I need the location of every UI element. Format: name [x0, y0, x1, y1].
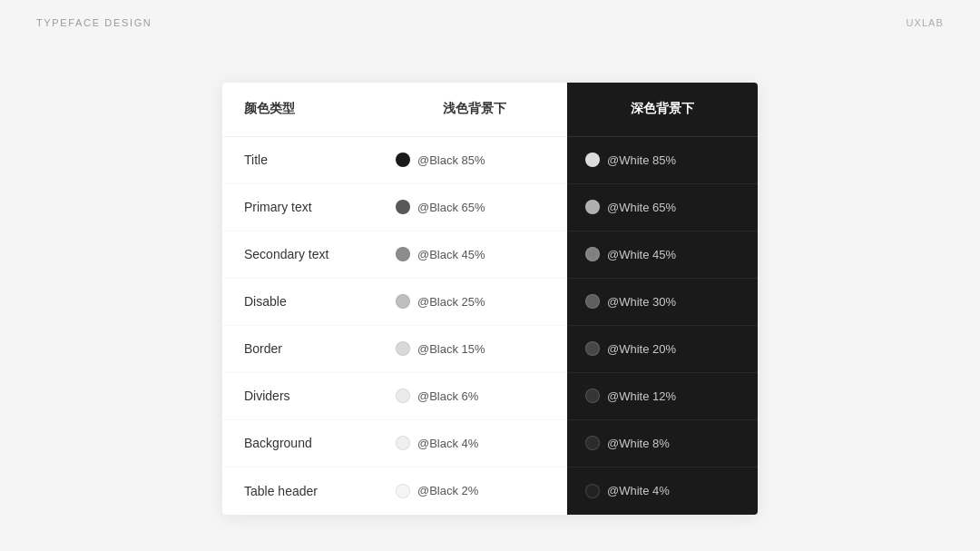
dark-dot: [585, 247, 600, 261]
dark-table-row: @White 30%: [567, 279, 758, 326]
dark-dot: [585, 153, 600, 167]
dark-dot: [585, 436, 600, 450]
table-row: Disable @Black 25%: [222, 279, 567, 326]
dark-table-row: @White 12%: [567, 373, 758, 420]
light-dot: [396, 247, 410, 261]
cell-dark-value: @White 30%: [567, 278, 694, 325]
light-rows: Title @Black 85% Primary text @Black 65%…: [222, 137, 567, 515]
dark-dot: [585, 294, 600, 309]
cell-dark-value: @White 4%: [567, 467, 688, 515]
cell-light-value: @Black 45%: [381, 247, 567, 261]
dark-table-row: @White 65%: [567, 184, 758, 231]
cell-light-value: @Black 4%: [381, 436, 567, 450]
dark-dot: [585, 200, 600, 214]
light-dot: [396, 436, 410, 450]
light-dot: [396, 200, 410, 214]
cell-dark-value: @White 65%: [567, 183, 694, 231]
col3-header: 深色背景下: [567, 83, 758, 137]
light-dot: [396, 484, 410, 498]
cell-light-value: @Black 6%: [381, 389, 567, 403]
table-row: Primary text @Black 65%: [222, 184, 567, 231]
table-row: Border @Black 15%: [222, 326, 567, 373]
dark-table-row: @White 8%: [567, 420, 758, 467]
cell-light-value: @Black 2%: [381, 484, 567, 498]
dark-dot: [585, 484, 600, 498]
top-bar: TYPEFACE DESIGN UXLAB: [0, 0, 980, 45]
light-dot: [396, 389, 410, 403]
light-header-row: 颜色类型 浅色背景下: [222, 83, 567, 137]
cell-type: Table header: [222, 484, 381, 498]
table-row: Dividers @Black 6%: [222, 373, 567, 420]
dark-rows: @White 85% @White 65% @White 45% @White …: [567, 137, 758, 515]
light-section: 颜色类型 浅色背景下 Title @Black 85% Primary text…: [222, 83, 567, 515]
logo: UXLAB: [906, 17, 944, 28]
cell-dark-value: @White 12%: [567, 372, 694, 419]
dark-dot: [585, 341, 600, 356]
cell-dark-value: @White 85%: [567, 136, 694, 183]
dark-dot: [585, 389, 600, 403]
main-content: 颜色类型 浅色背景下 Title @Black 85% Primary text…: [0, 45, 980, 551]
light-dot: [396, 153, 410, 167]
cell-type: Title: [222, 153, 381, 167]
cell-dark-value: @White 20%: [567, 325, 694, 372]
cell-type: Disable: [222, 294, 381, 309]
cell-type: Background: [222, 436, 381, 450]
table-row: Secondary text @Black 45%: [222, 231, 567, 279]
dark-table-row: @White 20%: [567, 326, 758, 373]
dark-table-row: @White 85%: [567, 137, 758, 184]
cell-type: Dividers: [222, 389, 381, 403]
col2-header: 浅色背景下: [381, 83, 567, 137]
dark-table-row: @White 4%: [567, 467, 758, 515]
table-row: Background @Black 4%: [222, 420, 567, 467]
cell-light-value: @Black 65%: [381, 200, 567, 214]
dark-table-row: @White 45%: [567, 231, 758, 279]
cell-light-value: @Black 15%: [381, 341, 567, 356]
cell-type: Border: [222, 341, 381, 356]
app-title: TYPEFACE DESIGN: [36, 17, 152, 28]
cell-light-value: @Black 25%: [381, 294, 567, 309]
table-row: Table header @Black 2%: [222, 467, 567, 515]
light-dot: [396, 341, 410, 356]
color-table: 颜色类型 浅色背景下 Title @Black 85% Primary text…: [222, 83, 758, 515]
cell-type: Secondary text: [222, 247, 381, 261]
cell-light-value: @Black 85%: [381, 153, 567, 167]
dark-section: 深色背景下 @White 85% @White 65% @White 45% @…: [567, 83, 758, 515]
table-row: Title @Black 85%: [222, 137, 567, 184]
cell-type: Primary text: [222, 200, 381, 214]
cell-dark-value: @White 8%: [567, 419, 688, 467]
col1-header: 颜色类型: [222, 83, 381, 137]
cell-dark-value: @White 45%: [567, 231, 694, 278]
light-dot: [396, 294, 410, 309]
